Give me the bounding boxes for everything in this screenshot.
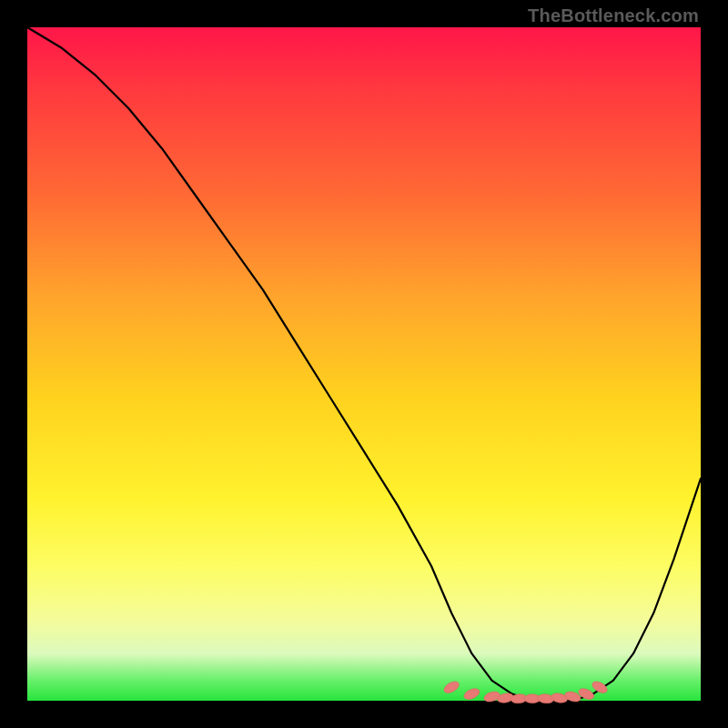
sweet-spot-marker bbox=[442, 679, 461, 695]
chart-frame: TheBottleneck.com bbox=[0, 0, 728, 728]
bottleneck-curve bbox=[27, 27, 701, 701]
attribution-text: TheBottleneck.com bbox=[528, 5, 699, 26]
plot-area bbox=[27, 27, 701, 701]
chart-svg bbox=[27, 27, 701, 701]
marker-group bbox=[442, 679, 609, 703]
sweet-spot-marker bbox=[462, 686, 481, 701]
